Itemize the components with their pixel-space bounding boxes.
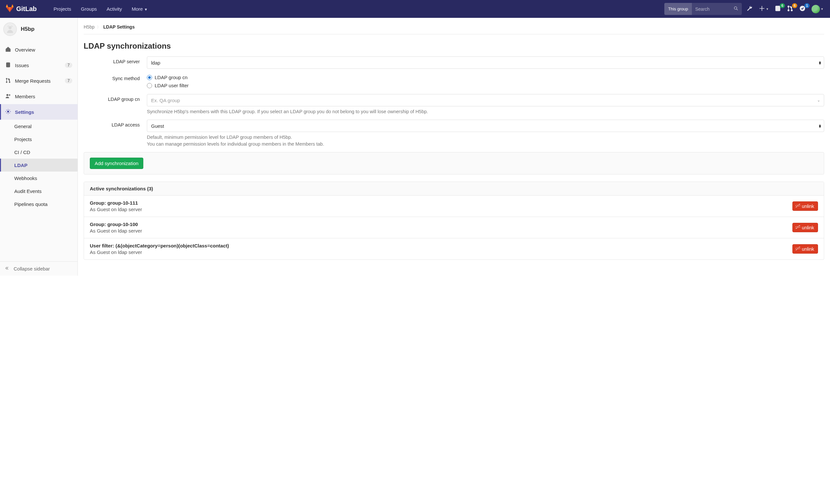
sidebar-item-issues[interactable]: Issues 7 xyxy=(0,57,77,73)
sync-method-filter-option[interactable]: LDAP user filter xyxy=(147,82,824,90)
admin-wrench-button[interactable] xyxy=(745,5,754,13)
svg-point-13 xyxy=(9,94,10,96)
collapse-label: Collapse sidebar xyxy=(13,266,50,272)
sidebar-item-merge-requests[interactable]: Merge Requests 7 xyxy=(0,73,77,89)
breadcrumb: H5bp 〉 LDAP Settings xyxy=(84,24,824,34)
issues-badge: 6 xyxy=(780,3,785,8)
nav-projects[interactable]: Projects xyxy=(49,4,75,14)
unlink-button[interactable]: unlink xyxy=(792,201,818,211)
search-wrap: This group xyxy=(664,3,742,15)
radio-input[interactable] xyxy=(147,83,152,88)
settings-sub-ldap[interactable]: LDAP xyxy=(0,159,77,171)
nav-groups[interactable]: Groups xyxy=(76,4,101,14)
nav-more[interactable]: More▼ xyxy=(127,4,152,14)
wrench-icon xyxy=(746,5,753,13)
ldap-server-select[interactable]: ldap xyxy=(147,57,824,69)
unlink-button[interactable]: unlink xyxy=(792,244,818,254)
search-scope[interactable]: This group xyxy=(664,3,692,15)
sync-row: User filter: (&(objectCategory=person)(o… xyxy=(84,239,824,259)
radio-label: LDAP group cn xyxy=(155,74,187,80)
svg-point-4 xyxy=(788,10,789,11)
settings-sub-cicd[interactable]: CI / CD xyxy=(0,146,77,159)
search-button[interactable] xyxy=(730,3,742,15)
create-new-button[interactable]: ▼ xyxy=(757,5,770,13)
mr-count: 7 xyxy=(65,78,72,83)
user-avatar-icon xyxy=(811,5,820,13)
breadcrumb-current: LDAP Settings xyxy=(103,24,134,30)
sidebar-group-name: H5bp xyxy=(21,26,35,32)
chevron-down-icon: ▼ xyxy=(144,7,148,11)
chevron-down-icon: ▼ xyxy=(766,7,769,11)
settings-sub-pipelines-quota[interactable]: Pipelines quota xyxy=(0,197,77,211)
sync-subtitle: As Guest on ldap server xyxy=(90,207,142,212)
sidebar-label: Overview xyxy=(15,47,35,53)
svg-point-3 xyxy=(788,6,789,7)
nav-todos-button[interactable]: 1 xyxy=(798,5,807,13)
settings-sub-webhooks[interactable]: Webhooks xyxy=(0,171,77,185)
sidebar-item-settings[interactable]: Settings xyxy=(0,104,77,120)
sidebar-label: Merge Requests xyxy=(15,78,51,84)
brand-label: GitLab xyxy=(16,5,37,13)
ldap-access-select[interactable]: Guest xyxy=(147,120,824,132)
sync-subtitle: As Guest on ldap server xyxy=(90,228,142,233)
svg-rect-8 xyxy=(6,63,10,67)
chevron-right-icon: 〉 xyxy=(97,25,100,30)
collapse-sidebar-button[interactable]: Collapse sidebar xyxy=(0,261,77,276)
svg-point-12 xyxy=(6,94,8,96)
sync-title: User filter: (&(objectCategory=person)(o… xyxy=(90,243,229,248)
sidebar-label: Members xyxy=(15,94,35,99)
unlink-icon xyxy=(796,203,800,209)
radio-input[interactable] xyxy=(147,75,152,80)
top-navbar: GitLab Projects Groups Activity More▼ Th… xyxy=(0,0,830,18)
page-title: LDAP synchronizations xyxy=(84,41,824,51)
active-syncs-panel: Active synchronizations (3) Group: group… xyxy=(84,182,824,260)
svg-point-14 xyxy=(7,111,9,112)
sidebar-item-members[interactable]: Members xyxy=(0,89,77,104)
search-icon xyxy=(733,6,739,12)
settings-sub-audit[interactable]: Audit Events xyxy=(0,185,77,197)
unlink-icon xyxy=(796,225,800,230)
sync-row: Group: group-10-100 As Guest on ldap ser… xyxy=(84,217,824,239)
svg-point-11 xyxy=(9,82,10,83)
svg-rect-2 xyxy=(775,6,780,11)
svg-line-1 xyxy=(737,9,738,10)
sidebar: H5bp Overview Issues 7 Merge Requests 7 … xyxy=(0,18,78,276)
label-sync-method: Sync method xyxy=(84,73,147,90)
home-icon xyxy=(5,46,11,53)
label-ldap-access: LDAP access xyxy=(84,120,147,148)
sidebar-label: Settings xyxy=(15,109,34,115)
active-syncs-header: Active synchronizations (3) xyxy=(84,182,824,195)
content-area: H5bp 〉 LDAP Settings LDAP synchronizatio… xyxy=(78,18,830,276)
svg-point-0 xyxy=(734,7,737,9)
help-text: Default, minimum permission level for LD… xyxy=(147,134,824,148)
sync-subtitle: As Guest on ldap server xyxy=(90,249,229,255)
settings-sub-general[interactable]: General xyxy=(0,120,77,133)
issues-icon xyxy=(5,62,11,69)
settings-sub-projects[interactable]: Projects xyxy=(0,133,77,146)
tanuki-icon xyxy=(5,4,14,14)
form-actions-bar: Add synchronization xyxy=(84,152,824,175)
unlink-button[interactable]: unlink xyxy=(792,223,818,232)
nav-issues-button[interactable]: 6 xyxy=(773,5,783,13)
chevron-down-icon: ▼ xyxy=(821,7,824,11)
svg-point-5 xyxy=(791,10,792,11)
breadcrumb-root[interactable]: H5bp xyxy=(84,24,94,30)
sidebar-context[interactable]: H5bp xyxy=(0,18,77,42)
ldap-group-cn-input[interactable] xyxy=(147,94,824,106)
svg-point-10 xyxy=(6,82,7,83)
label-ldap-server: LDAP server xyxy=(84,57,147,69)
gitlab-logo[interactable]: GitLab xyxy=(5,4,37,14)
todos-badge: 1 xyxy=(804,3,809,8)
add-synchronization-button[interactable]: Add synchronization xyxy=(90,158,143,169)
user-menu[interactable]: ▼ xyxy=(810,5,825,13)
radio-label: LDAP user filter xyxy=(155,83,189,88)
sync-title: Group: group-10-111 xyxy=(90,200,142,206)
sync-row: Group: group-10-111 As Guest on ldap ser… xyxy=(84,195,824,217)
sidebar-item-overview[interactable]: Overview xyxy=(0,42,77,57)
nav-activity[interactable]: Activity xyxy=(102,4,127,14)
help-text: Synchronize H5bp's members with this LDA… xyxy=(147,108,824,115)
sidebar-label: Issues xyxy=(15,63,29,68)
nav-merge-requests-button[interactable]: 6 xyxy=(786,5,795,13)
sync-method-cn-option[interactable]: LDAP group cn xyxy=(147,73,824,82)
search-input[interactable] xyxy=(692,3,730,15)
